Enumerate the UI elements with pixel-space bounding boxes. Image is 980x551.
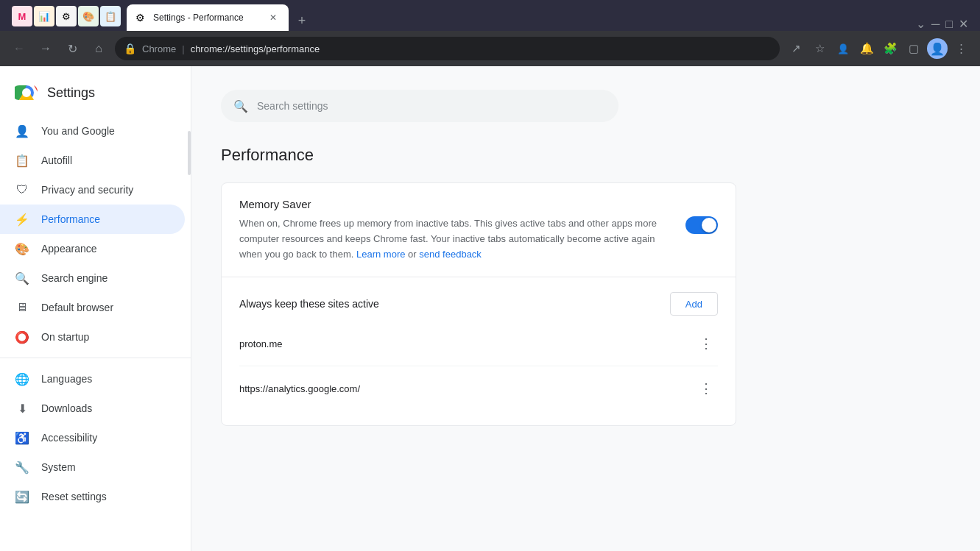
back-button[interactable]: ← [9,38,29,59]
share-button[interactable]: ↗ [786,38,806,59]
sidebar-item-default-browser[interactable]: 🖥 Default browser [0,293,185,322]
forward-icon: → [40,42,52,55]
search-engine-icon: 🔍 [15,271,29,285]
toolbar-right: ↗ ☆ 👤 🔔 🧩 ▢ 👤 ⋮ [786,38,971,59]
sidebar-label-on-startup: On startup [41,331,89,343]
site-menu-button-1[interactable]: ⋮ [694,377,718,400]
bookmark-button[interactable]: ☆ [809,38,830,59]
extension-alert-icon[interactable]: 🔔 [856,38,877,59]
sidebar-label-languages: Languages [41,373,92,385]
performance-card: Memory Saver When on, Chrome frees up me… [221,182,736,426]
extension-icon[interactable]: 🧩 [880,38,900,59]
pinned-tab-0[interactable]: M [12,6,32,26]
settings-header: Settings [0,72,191,116]
sidebar-label-system: System [41,461,76,473]
sidebar-item-system[interactable]: 🔧 System [0,452,185,482]
chrome-logo [15,81,38,104]
appearance-icon: 🎨 [15,241,29,256]
minimize-button[interactable]: ─ [931,18,940,31]
memory-saver-or-text: or [408,249,417,260]
pinned-tab-4[interactable]: 📋 [100,6,121,26]
site-menu-button-0[interactable]: ⋮ [694,332,718,355]
memory-saver-title: Memory Saver [239,198,718,210]
sidebar-label-appearance: Appearance [41,243,97,255]
accessibility-icon: ♿ [15,430,29,445]
new-tab-button[interactable]: + [292,10,312,31]
downloads-icon: ⬇ [15,401,29,416]
sidebar-item-privacy-security[interactable]: 🛡 Privacy and security [0,175,185,205]
tab-bar: M 📊 ⚙ 🎨 📋 ⚙ Settings - Performance ✕ + ⌄… [0,0,980,31]
avatar[interactable]: 👤 [927,38,948,59]
main-panel: 🔍 Performance Memory Saver When on, Chro… [191,66,980,551]
on-startup-icon: ⭕ [15,330,29,344]
autofill-icon: 📋 [15,153,29,168]
pinned-tab-2[interactable]: ⚙ [56,6,77,26]
close-button[interactable]: ✕ [959,17,968,31]
tab-favicon: ⚙ [135,12,147,24]
active-tab[interactable]: ⚙ Settings - Performance ✕ [127,4,289,31]
sites-list: proton.me ⋮ https://analytics.google.com… [239,321,718,410]
sidebar-label-you-and-google: You and Google [41,125,115,137]
sidebar: Settings 👤 You and Google 📋 Autofill 🛡 P… [0,66,191,551]
content-area: Settings 👤 You and Google 📋 Autofill 🛡 P… [0,66,980,551]
sidebar-label-downloads: Downloads [41,402,92,414]
profile-icon[interactable]: 👤 [833,38,853,59]
nav-divider [0,358,191,358]
memory-saver-body: When on, Chrome frees up memory from ina… [239,216,718,262]
home-button[interactable]: ⌂ [88,38,109,59]
secure-icon: 🔒 [124,43,136,54]
sidebar-item-search-engine[interactable]: 🔍 Search engine [0,263,185,293]
sidebar-toggle-button[interactable]: ▢ [903,38,924,59]
sidebar-item-performance[interactable]: ⚡ Performance [0,205,185,234]
sidebar-item-languages[interactable]: 🌐 Languages [0,364,185,394]
search-icon: 🔍 [233,99,248,113]
languages-icon: 🌐 [15,372,29,386]
pinned-tab-1[interactable]: 📊 [34,6,54,26]
sidebar-nav: 👤 You and Google 📋 Autofill 🛡 Privacy an… [0,116,191,511]
sidebar-label-privacy-security: Privacy and security [41,184,133,196]
site-url-1: https://analytics.google.com/ [239,383,694,394]
table-row: https://analytics.google.com/ ⋮ [239,366,718,410]
sidebar-label-autofill: Autofill [41,154,72,166]
sidebar-item-reset-settings[interactable]: 🔄 Reset settings [0,482,185,511]
performance-icon: ⚡ [15,212,29,227]
sidebar-item-accessibility[interactable]: ♿ Accessibility [0,423,185,452]
more-menu-button[interactable]: ⋮ [951,38,971,59]
browser-window: M 📊 ⚙ 🎨 📋 ⚙ Settings - Performance ✕ + ⌄… [0,0,980,551]
address-bar[interactable]: 🔒 Chrome | chrome://settings/performance [115,37,780,60]
scrollbar-thumb [188,131,191,175]
home-icon: ⌂ [95,42,102,55]
sidebar-label-performance: Performance [41,213,100,225]
you-and-google-icon: 👤 [15,124,29,138]
default-browser-icon: 🖥 [15,300,29,315]
maximize-button[interactable]: □ [945,18,953,31]
search-bar[interactable]: 🔍 [221,90,618,122]
pinned-tab-3[interactable]: 🎨 [78,6,99,26]
pinned-tabs: M 📊 ⚙ 🎨 📋 [6,1,127,31]
settings-page-title: Settings [47,85,95,101]
sidebar-item-appearance[interactable]: 🎨 Appearance [0,234,185,263]
page-title: Performance [221,146,951,165]
sidebar-label-default-browser: Default browser [41,302,113,313]
refresh-button[interactable]: ↻ [62,38,82,59]
learn-more-link[interactable]: Learn more [356,249,405,260]
memory-saver-toggle[interactable] [685,216,718,234]
url-separator: | [182,43,184,54]
privacy-security-icon: 🛡 [15,182,29,197]
search-input[interactable] [257,100,606,112]
toolbar: ← → ↻ ⌂ 🔒 Chrome | chrome://settings/per… [0,31,980,66]
site-name: Chrome [142,43,176,54]
sidebar-item-autofill[interactable]: 📋 Autofill [0,146,185,175]
sidebar-label-reset-settings: Reset settings [41,491,107,502]
svg-point-2 [22,88,31,97]
send-feedback-link[interactable]: send feedback [419,249,482,260]
memory-saver-learn-more-link[interactable]: Learn more [356,249,408,260]
sidebar-label-search-engine: Search engine [41,272,107,284]
tab-close-button[interactable]: ✕ [267,11,280,24]
sidebar-item-downloads[interactable]: ⬇ Downloads [0,394,185,423]
sidebar-item-on-startup[interactable]: ⭕ On startup [0,322,185,352]
forward-button[interactable]: → [35,38,56,59]
tab-list-button[interactable]: ⌄ [916,17,926,31]
sidebar-item-you-and-google[interactable]: 👤 You and Google [0,116,185,146]
add-site-button[interactable]: Add [670,292,718,316]
